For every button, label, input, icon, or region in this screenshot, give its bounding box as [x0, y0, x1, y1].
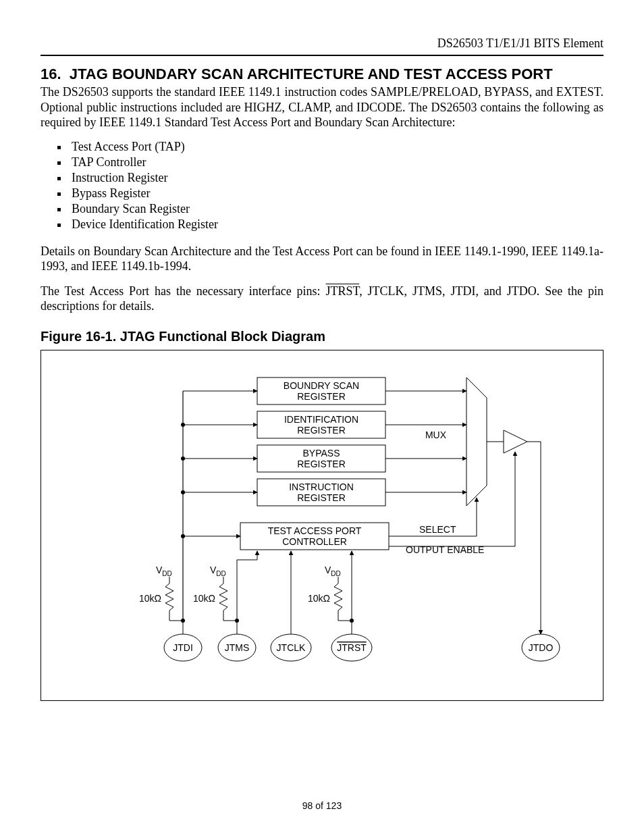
svg-text:VDD: VDD [325, 565, 341, 577]
pin-jtdi: JTDI [164, 634, 202, 661]
feature-list: Test Access Port (TAP) TAP Controller In… [41, 140, 603, 232]
pin-jtms: JTMS [218, 634, 256, 661]
figure-caption: Figure 16-1. JTAG Functional Block Diagr… [41, 329, 603, 344]
junction-dot [181, 534, 185, 538]
running-head: DS26503 T1/E1/J1 BITS Element [41, 36, 603, 51]
pin-label: JTMS [225, 642, 250, 653]
pin-jtdo: JTDO [522, 634, 560, 661]
pin-jtclk: JTCLK [271, 634, 311, 661]
junction-dot [181, 423, 185, 427]
ident-line1: IDENTIFICATION [284, 414, 358, 425]
bypass-line2: REGISTER [297, 459, 346, 469]
header-rule [41, 55, 603, 56]
page: DS26503 T1/E1/J1 BITS Element 16. JTAG B… [0, 0, 644, 834]
details-paragraph: Details on Boundary Scan Architecture an… [41, 244, 603, 274]
list-item: Test Access Port (TAP) [69, 140, 603, 154]
pullup-jtms: VDD 10kΩ [193, 565, 239, 634]
pullup-jtrst: VDD 10kΩ [308, 565, 354, 634]
resistor-label: 10kΩ [139, 593, 161, 604]
svg-marker-6 [504, 430, 527, 453]
boundary-line1: BOUNDRY SCAN [284, 380, 359, 391]
vdd-sub: DD [331, 570, 340, 577]
vdd-sub: DD [216, 570, 225, 577]
diagram-svg: BOUNDRY SCAN REGISTER IDENTIFICATION REG… [41, 350, 603, 700]
list-item: Bypass Register [69, 186, 603, 201]
tap-text-pre: The Test Access Port has the necessary i… [41, 284, 326, 298]
junction-dot [181, 490, 185, 494]
identification-register: IDENTIFICATION REGISTER [257, 411, 385, 438]
tri-state-buffer [504, 430, 527, 453]
jtrst-overline: JTRST [326, 284, 360, 298]
tap-line2: CONTROLLER [282, 536, 347, 547]
list-item: Device Identification Register [69, 217, 603, 232]
pin-label: JTRST [337, 642, 367, 653]
tap-paragraph: The Test Access Port has the necessary i… [41, 284, 603, 314]
select-label: SELECT [419, 524, 456, 535]
pullup-jtdi: VDD 10kΩ [139, 565, 185, 634]
svg-text:VDD: VDD [210, 565, 226, 577]
mux-block: MUX [425, 377, 487, 506]
boundary-line2: REGISTER [297, 391, 346, 402]
list-item: TAP Controller [69, 155, 603, 170]
instr-line1: INSTRUCTION [289, 481, 354, 492]
junction-dot [181, 457, 185, 461]
resistor-label: 10kΩ [308, 593, 330, 604]
list-item: Boundary Scan Register [69, 202, 603, 216]
instruction-register: INSTRUCTION REGISTER [257, 479, 385, 506]
section-heading: 16. JTAG BOUNDARY SCAN ARCHITECTURE AND … [41, 66, 603, 83]
resistor-label: 10kΩ [193, 593, 215, 604]
ident-line2: REGISTER [297, 425, 346, 436]
tap-line1: TEST ACCESS PORT [268, 525, 362, 536]
list-item: Instruction Register [69, 171, 603, 185]
mux-label: MUX [425, 429, 447, 440]
section-number: 16. [41, 66, 61, 82]
bypass-line1: BYPASS [303, 448, 340, 459]
boundary-scan-register: BOUNDRY SCAN REGISTER [257, 377, 385, 405]
figure-block-diagram: BOUNDRY SCAN REGISTER IDENTIFICATION REG… [41, 350, 603, 701]
output-enable-label: OUTPUT ENABLE [406, 544, 484, 555]
bypass-register: BYPASS REGISTER [257, 445, 385, 472]
pin-label: JTDO [529, 642, 554, 653]
tap-controller: TEST ACCESS PORT CONTROLLER [240, 523, 389, 550]
svg-text:VDD: VDD [156, 565, 172, 577]
instr-line2: REGISTER [297, 492, 346, 503]
intro-paragraph: The DS26503 supports the standard IEEE 1… [41, 84, 603, 130]
page-number: 98 of 123 [0, 800, 644, 811]
section-title-text: JTAG BOUNDARY SCAN ARCHITECTURE AND TEST… [70, 66, 553, 82]
vdd-sub: DD [162, 570, 171, 577]
pin-label: JTCLK [277, 642, 306, 653]
pin-jtrst: JTRST [331, 634, 372, 661]
pin-label: JTDI [173, 642, 193, 653]
svg-marker-5 [466, 377, 487, 506]
